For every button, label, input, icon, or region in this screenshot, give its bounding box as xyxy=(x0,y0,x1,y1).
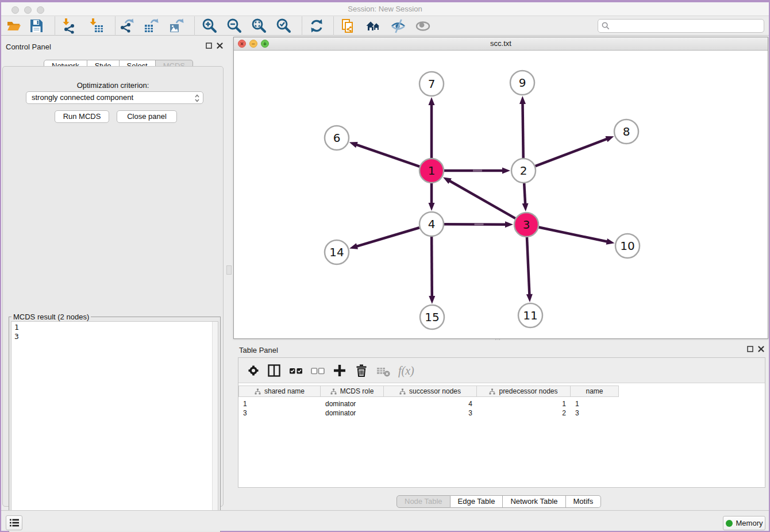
graph-edge-1-6[interactable] xyxy=(356,144,419,166)
toolbar-separator xyxy=(194,17,195,34)
eye-slash-icon xyxy=(390,18,406,34)
function-builder-button-disabled: f(x) xyxy=(397,363,418,379)
import-table-icon xyxy=(88,18,104,34)
graph-edge-3-11[interactable] xyxy=(527,237,529,295)
criterion-select[interactable]: strongly connected component xyxy=(26,91,203,104)
graph-edge-3-10[interactable] xyxy=(539,228,608,242)
network-canvas[interactable]: 7968124314101511 xyxy=(234,51,768,338)
graph-node-label: 4 xyxy=(428,217,436,231)
column-layout-button[interactable] xyxy=(266,363,282,379)
close-table-panel-icon[interactable] xyxy=(758,346,764,352)
tab-node-table[interactable]: Node Table xyxy=(396,495,451,508)
add-column-button[interactable] xyxy=(332,363,348,379)
cell-name: 3 xyxy=(571,408,619,418)
graph-edge-3-1[interactable] xyxy=(449,180,515,218)
mcds-result-list[interactable]: 1 3 xyxy=(11,321,218,529)
float-table-panel-icon[interactable] xyxy=(747,346,753,352)
graph-arrowhead xyxy=(606,238,615,245)
task-history-button[interactable] xyxy=(6,515,22,530)
zoom-out-button[interactable] xyxy=(226,18,242,34)
graph-arrowhead xyxy=(429,203,435,211)
float-panel-icon[interactable] xyxy=(206,43,212,49)
close-panel-icon[interactable] xyxy=(217,43,223,49)
tree-icon xyxy=(399,388,406,395)
table-panel: Table Panel xyxy=(233,340,769,510)
import-network-button[interactable] xyxy=(61,18,77,34)
duplicate-network-icon xyxy=(340,18,356,34)
tab-motifs[interactable]: Motifs xyxy=(566,495,602,508)
network-window-titlebar[interactable]: × − + scc.txt xyxy=(234,37,768,51)
table-toolbar: f(x) xyxy=(238,358,765,383)
checked-boxes-icon xyxy=(288,363,304,379)
toolbar-separator xyxy=(302,17,302,34)
fx-icon: f(x) xyxy=(397,363,418,379)
status-bar: Memory xyxy=(1,510,769,531)
network-view-window: × − + scc.txt 7968124314101511 xyxy=(233,37,768,339)
export-table-button[interactable] xyxy=(143,18,159,34)
delete-column-button[interactable] xyxy=(353,363,369,379)
graph-edge-2-8[interactable] xyxy=(536,138,608,166)
graph-edge-4-14[interactable] xyxy=(356,228,419,246)
graph-arrowhead xyxy=(349,243,358,249)
graph-node-label: 15 xyxy=(425,310,439,324)
graph-arrowhead xyxy=(605,136,614,142)
result-scrollbar[interactable] xyxy=(212,322,218,528)
graph-arrowhead xyxy=(349,142,358,148)
zoom-out-icon xyxy=(226,18,242,34)
column-label: successor nodes xyxy=(409,387,461,395)
zoom-in-button[interactable] xyxy=(202,18,218,34)
column-header-shared-name[interactable]: shared name xyxy=(238,385,321,397)
tab-edge-table[interactable]: Edge Table xyxy=(451,495,503,508)
open-session-button[interactable] xyxy=(6,18,22,34)
vertical-splitter-handle[interactable] xyxy=(226,265,232,275)
select-all-button[interactable] xyxy=(288,363,304,379)
tab-network-table[interactable]: Network Table xyxy=(503,495,565,508)
select-stepper-icon xyxy=(194,94,200,103)
graph-node-label: 7 xyxy=(428,77,436,91)
export-network-button[interactable] xyxy=(118,18,134,34)
import-table-button[interactable] xyxy=(88,18,104,34)
export-image-button[interactable] xyxy=(168,18,184,34)
column-header-predecessor-nodes[interactable]: predecessor nodes xyxy=(477,385,571,397)
cell-shared-name: 1 xyxy=(238,399,321,408)
graph-edge-2-9[interactable] xyxy=(522,103,523,158)
duplicate-network-button[interactable] xyxy=(340,18,356,34)
run-mcds-button[interactable]: Run MCDS xyxy=(55,110,109,123)
svg-text:f(x): f(x) xyxy=(398,364,414,377)
table-row[interactable]: 1 dominator 4 1 1 xyxy=(238,399,619,408)
table-row[interactable]: 3 dominator 3 2 3 xyxy=(238,408,619,418)
show-all-networks-button[interactable] xyxy=(365,18,382,34)
show-selection-button[interactable] xyxy=(415,18,431,34)
zoom-in-icon xyxy=(202,18,218,34)
optimization-criterion-label: Optimization criterion: xyxy=(3,81,223,90)
search-input[interactable] xyxy=(598,19,764,33)
save-session-button[interactable] xyxy=(28,18,44,34)
zoom-fit-button[interactable] xyxy=(251,18,267,34)
close-panel-button[interactable]: Close panel xyxy=(117,110,177,123)
cell-successor-nodes: 3 xyxy=(384,408,477,418)
graph-arrowhead xyxy=(429,97,435,105)
graph-arrowhead xyxy=(519,96,526,104)
cell-predecessor-nodes: 2 xyxy=(477,408,571,418)
table-settings-button[interactable] xyxy=(245,363,261,379)
graph-edge-2-3[interactable] xyxy=(524,183,525,205)
column-header-mcds-role[interactable]: MCDS role xyxy=(321,385,384,397)
deselect-all-button[interactable] xyxy=(310,363,326,379)
cell-mcds-role: dominator xyxy=(321,408,384,418)
column-header-name[interactable]: name xyxy=(571,385,619,397)
graph-edge-4-15[interactable] xyxy=(432,237,432,297)
memory-button[interactable]: Memory xyxy=(723,516,765,530)
apply-layout-button[interactable] xyxy=(309,18,325,34)
graph-arrowhead xyxy=(429,296,435,304)
network-graph[interactable]: 7968124314101511 xyxy=(234,51,768,338)
zoom-selected-button[interactable] xyxy=(276,18,292,34)
unchecked-boxes-icon xyxy=(310,363,326,379)
graph-node-label: 1 xyxy=(428,164,436,178)
plus-icon xyxy=(332,363,348,379)
graph-arrowhead xyxy=(522,203,529,211)
graph-node-label: 10 xyxy=(620,239,634,253)
column-header-successor-nodes[interactable]: successor nodes xyxy=(384,385,477,397)
toolbar-separator xyxy=(333,17,334,34)
cell-mcds-role: dominator xyxy=(321,399,384,408)
hide-selection-button[interactable] xyxy=(390,18,406,34)
